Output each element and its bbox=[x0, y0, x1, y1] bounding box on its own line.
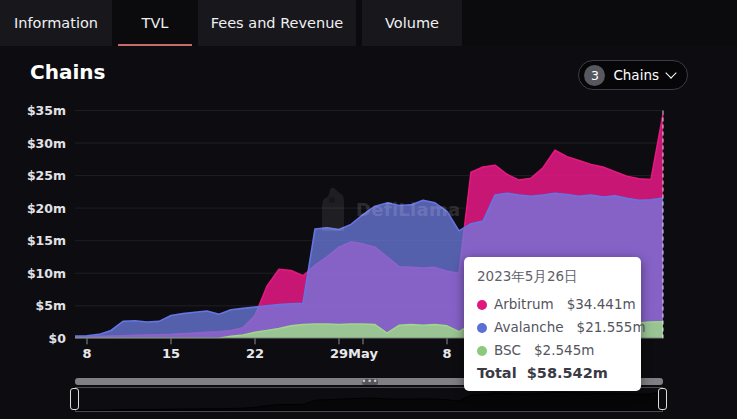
y-axis-label: $5m bbox=[36, 298, 66, 313]
tooltip-date: 2023年5月26日 bbox=[477, 268, 628, 286]
tooltip-row: Arbitrum $34.441m bbox=[477, 293, 628, 316]
tooltip-row: BSC $2.545m bbox=[477, 339, 628, 362]
chart-tooltip: 2023年5月26日 Arbitrum $34.441m Avalanche $… bbox=[464, 257, 641, 391]
x-axis-label: 8 bbox=[442, 346, 451, 361]
datazoom-grip[interactable]: ••• bbox=[362, 379, 378, 385]
datazoom-handle-left[interactable] bbox=[70, 388, 79, 410]
arbitrum-dot-icon bbox=[477, 300, 487, 310]
tooltip-total: Total $58.542m bbox=[477, 365, 628, 381]
tooltip-series-name: Arbitrum bbox=[494, 293, 554, 316]
y-axis-label: $35m bbox=[27, 103, 66, 118]
x-axis-label: May bbox=[348, 346, 378, 361]
y-axis-label: $15m bbox=[27, 233, 66, 248]
x-axis-label: 15 bbox=[162, 346, 180, 361]
tooltip-row: Avalanche $21.555m bbox=[477, 316, 628, 339]
tooltip-series-value: $34.441m bbox=[567, 293, 636, 316]
x-axis-label: 8 bbox=[82, 346, 91, 361]
tooltip-series-value: $2.545m bbox=[534, 339, 594, 362]
x-axis-label: 29 bbox=[330, 346, 348, 361]
bsc-dot-icon bbox=[477, 346, 487, 356]
y-axis-label: $25m bbox=[27, 168, 66, 183]
tooltip-total-label: Total bbox=[477, 365, 517, 381]
datazoom-handle-right[interactable] bbox=[658, 388, 667, 410]
y-axis-label: $0 bbox=[49, 331, 67, 346]
tooltip-series-value: $21.555m bbox=[577, 316, 646, 339]
x-axis-label: 22 bbox=[246, 346, 264, 361]
tooltip-series-name: BSC bbox=[494, 339, 521, 362]
tooltip-series-name: Avalanche bbox=[494, 316, 564, 339]
tooltip-total-value: $58.542m bbox=[527, 365, 608, 381]
y-axis-label: $20m bbox=[27, 201, 66, 216]
y-axis-label: $30m bbox=[27, 136, 66, 151]
y-axis-label: $10m bbox=[27, 266, 66, 281]
avalanche-dot-icon bbox=[477, 323, 487, 333]
